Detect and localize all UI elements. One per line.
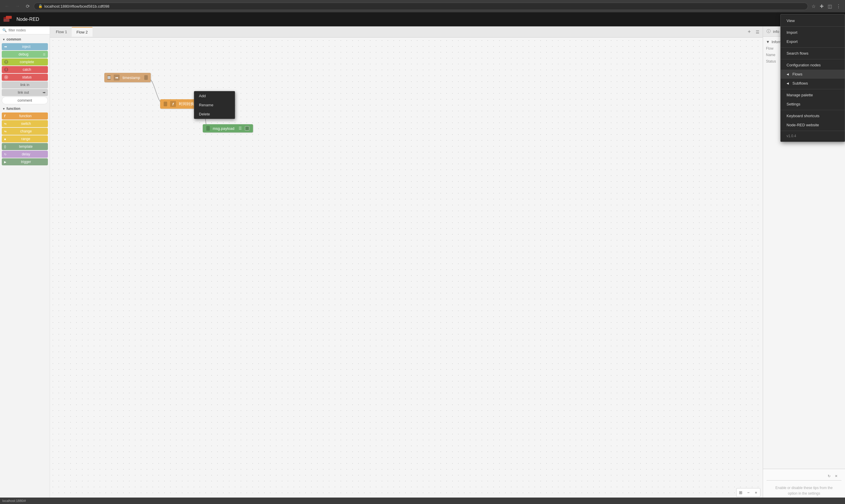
address-bar[interactable]: 🔒 localhost:1880/#flow/bced581b.cdf098 xyxy=(34,3,808,10)
hm-manage-palette[interactable]: Manage palette xyxy=(781,90,845,100)
puzzle-icon[interactable]: ◫ xyxy=(826,2,833,10)
complete-label: complete xyxy=(8,60,46,64)
canvas-controls: ⊞ − + xyxy=(736,488,760,497)
add-tab-button[interactable]: + xyxy=(745,28,753,36)
hm-divider-6 xyxy=(781,131,845,131)
node-link-out[interactable]: link out ➡ xyxy=(2,89,48,96)
msg-payload-label: msg.payload xyxy=(213,126,234,131)
trigger-label: trigger xyxy=(6,160,46,164)
msg-payload-left-port xyxy=(206,126,210,131)
tab-flow1[interactable]: Flow 1 xyxy=(51,27,72,36)
context-menu-add[interactable]: Add xyxy=(194,91,235,101)
filter-nodes-input[interactable] xyxy=(8,28,50,32)
canvas-nodes: ➡ timestamp f 时间转换2 msg.payload xyxy=(50,38,763,504)
switch-icon: ⇋ xyxy=(4,122,6,125)
hm-divider-3 xyxy=(781,59,845,59)
node-complete[interactable]: ! complete xyxy=(2,58,48,66)
filter-icon: 🔍 xyxy=(2,28,7,32)
debug-label: debug xyxy=(4,52,43,56)
forward-button[interactable]: → xyxy=(14,2,22,10)
nodes-list: ▼ common ➡ inject debug ☰ ! complete xyxy=(0,34,50,504)
function-label: function xyxy=(5,114,46,118)
tip-actions: ↻ ✕ xyxy=(767,472,842,481)
node-delay[interactable]: ↻ delay xyxy=(2,151,48,158)
node-range[interactable]: ■ range xyxy=(2,136,48,142)
node-switch[interactable]: ⇋ switch xyxy=(2,120,48,127)
node-link-in[interactable]: link in xyxy=(2,82,48,88)
node-template[interactable]: {} template xyxy=(2,143,48,150)
right-panel-title: info xyxy=(773,29,779,34)
hm-keyboard-shortcuts-label: Keyboard shortcuts xyxy=(787,114,820,118)
hm-search-flows[interactable]: Search flows xyxy=(781,49,845,58)
node-catch[interactable]: ! catch xyxy=(2,66,48,73)
tab-flow2[interactable]: Flow 2 xyxy=(72,27,92,37)
flow-tabs: Flow 1 Flow 2 + ☰ xyxy=(50,26,763,38)
msg-payload-menu-icon: ☰ xyxy=(238,126,242,130)
node-debug[interactable]: debug ☰ xyxy=(2,51,48,58)
category-common: ▼ common ➡ inject debug ☰ ! complete xyxy=(0,36,50,104)
star-button[interactable]: ☆ xyxy=(810,2,817,10)
status-label: status xyxy=(8,75,46,79)
template-icon: {} xyxy=(4,145,6,148)
node-inject[interactable]: ➡ inject xyxy=(2,43,48,50)
zoom-in-button[interactable]: + xyxy=(752,489,759,496)
hm-subflows[interactable]: ◀ Subflows xyxy=(781,79,845,88)
hm-version: v1.0.4 xyxy=(781,132,845,140)
node-timestamp[interactable]: ➡ timestamp xyxy=(104,73,151,82)
hm-import[interactable]: Import xyxy=(781,28,845,37)
tip-refresh-button[interactable]: ↻ xyxy=(826,473,832,479)
fit-view-button[interactable]: ⊞ xyxy=(737,489,744,496)
trigger-icon: ▶ xyxy=(4,160,6,164)
hm-divider-2 xyxy=(781,47,845,48)
category-function-header[interactable]: ▼ function xyxy=(0,105,50,112)
hm-settings[interactable]: Settings xyxy=(781,100,845,109)
node-msg-payload[interactable]: msg.payload ☰ xyxy=(203,124,253,132)
filter-bar: 🔍 xyxy=(0,26,50,34)
hm-node-red-website-label: Node-RED website xyxy=(787,123,819,127)
node-comment[interactable]: comment xyxy=(2,97,48,104)
extensions-icon[interactable]: ✚ xyxy=(819,2,825,10)
back-button[interactable]: ← xyxy=(3,2,11,10)
zoom-out-button[interactable]: − xyxy=(745,489,752,496)
hm-view[interactable]: View xyxy=(781,16,845,25)
hm-flows-label: Flows xyxy=(792,72,803,76)
hm-node-red-website[interactable]: Node-RED website xyxy=(781,121,845,129)
hm-export-label: Export xyxy=(787,39,798,44)
context-menu-delete[interactable]: Delete xyxy=(194,110,235,119)
reload-button[interactable]: ⟳ xyxy=(24,2,32,10)
hm-export[interactable]: Export xyxy=(781,37,845,46)
inject-icon: ➡ xyxy=(4,44,7,49)
node-change[interactable]: ⇋ change xyxy=(2,128,48,135)
svg-rect-1 xyxy=(6,16,12,19)
tab-menu-button[interactable]: ☰ xyxy=(753,28,761,36)
more-button[interactable]: ⋮ xyxy=(835,2,842,10)
tip-close-button[interactable]: ✕ xyxy=(833,473,839,479)
link-out-label: link out xyxy=(4,90,42,94)
svg-rect-2 xyxy=(3,19,10,22)
browser-actions: ☆ ✚ ◫ ⋮ xyxy=(810,2,842,10)
comment-label: comment xyxy=(4,98,45,103)
hm-divider-5 xyxy=(781,110,845,110)
node-function[interactable]: f function xyxy=(2,112,48,120)
lock-icon: 🔒 xyxy=(38,4,42,8)
time-convert-icon: f xyxy=(170,101,176,107)
category-common-header[interactable]: ▼ common xyxy=(0,36,50,42)
change-label: change xyxy=(6,129,46,133)
context-menu: Add Rename Delete xyxy=(194,91,235,119)
sidebar: 🔍 ▼ common ➡ inject debug ☰ xyxy=(0,26,50,504)
catch-label: catch xyxy=(8,68,46,72)
node-status[interactable]: ~ status xyxy=(2,74,48,81)
status-bar: localhost:1880/# xyxy=(0,498,845,504)
context-menu-rename[interactable]: Rename xyxy=(194,101,235,110)
node-trigger[interactable]: ▶ trigger xyxy=(2,158,48,165)
url-text: localhost:1880/#flow/bced581b.cdf098 xyxy=(44,4,109,8)
timestamp-left-port xyxy=(107,75,111,80)
inject-label: inject xyxy=(7,44,46,49)
hm-configuration-nodes[interactable]: Configuration nodes xyxy=(781,60,845,70)
hm-flows[interactable]: ◀ Flows xyxy=(781,70,845,79)
hm-divider-1 xyxy=(781,26,845,27)
timestamp-right-port xyxy=(144,75,148,80)
hm-configuration-nodes-label: Configuration nodes xyxy=(787,63,821,67)
hm-keyboard-shortcuts[interactable]: Keyboard shortcuts xyxy=(781,111,845,121)
canvas-grid[interactable]: ➡ timestamp f 时间转换2 msg.payload xyxy=(50,38,763,504)
